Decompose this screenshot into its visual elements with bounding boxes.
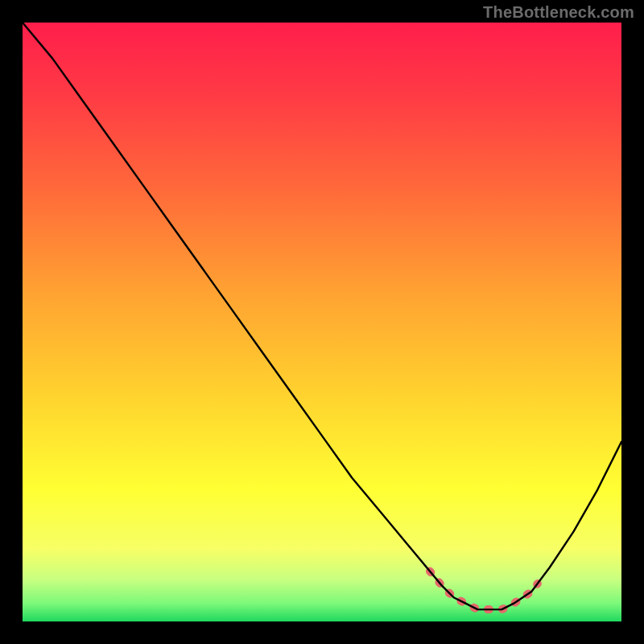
plot-background xyxy=(23,23,621,621)
watermark-text: TheBottleneck.com xyxy=(483,3,634,22)
bottleneck-chart xyxy=(0,0,644,644)
